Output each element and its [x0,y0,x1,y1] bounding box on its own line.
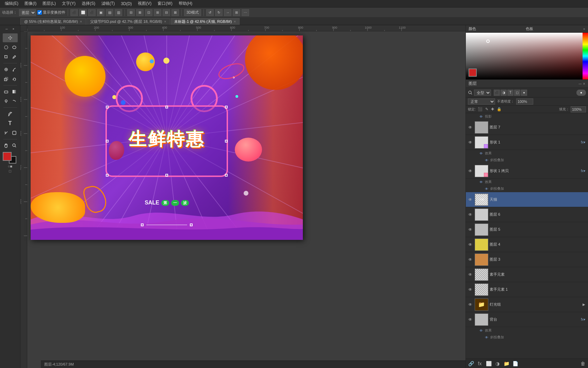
extra-btn-4[interactable]: ⊞ [233,9,240,16]
lock-move-btn[interactable]: ✚ [490,107,495,111]
layer-vis-11[interactable]: 👁 [467,302,473,307]
align-right-btn[interactable]: ⬛ [88,9,96,16]
layer-item-3[interactable]: 👁 形状 1 拷贝 fx▾ [466,164,588,179]
selection-handle-bl[interactable] [106,174,109,177]
blend-mode-select[interactable]: 正常 溶解 变暗 正片叠底 [468,98,495,105]
canvas-area[interactable]: // ticks drawn via script below [20,25,466,368]
layer-item-10[interactable]: 👁 素手元素 1 [466,282,588,297]
eraser-tool[interactable] [2,87,10,96]
crop-tool[interactable] [2,52,10,61]
tab-1-close[interactable]: × [164,20,166,24]
panel-minimize-btn[interactable]: ─ [4,27,10,31]
distribute-center-h-btn[interactable]: ⊠ [136,9,144,16]
color-swatches[interactable] [3,152,18,164]
layer-item-6[interactable]: 👁 图层 5 [466,222,588,237]
add-style-btn[interactable]: fx [476,360,484,367]
dodge-tool[interactable] [2,97,10,106]
align-top-btn[interactable]: ▣ [97,9,104,16]
align-bottom-btn[interactable]: ▥ [115,9,122,16]
layer-vis-9[interactable]: 👁 [467,272,473,277]
layer-vis-3[interactable]: 👁 [467,169,473,173]
tab-2[interactable]: 未标题-1 @ 42.6% (天猫, RGB/8#) × [170,18,240,25]
layer-filter-text[interactable]: T [507,90,513,96]
tab-0[interactable]: @ 55% (生鲜特惠展架, RGB/8#) × [20,18,86,25]
layer-vis-6[interactable]: 👁 [467,227,473,232]
tab-2-close[interactable]: × [234,20,236,24]
layer-filter-smart[interactable]: ● [521,90,527,96]
effect-vis-12a[interactable]: 👁 [479,329,483,333]
layer-type-filter[interactable]: 全型 像素 调整 文字 形状 [474,90,491,96]
distribute-center-v-btn[interactable]: ⊟ [163,9,170,16]
toolbar-auto-select[interactable]: 显示变换控件 [37,10,65,15]
layer-item-8[interactable]: 👁 图层 3 [466,252,588,267]
distribute-left-btn[interactable]: ⊟ [127,9,135,16]
auto-select-checkbox[interactable] [37,10,42,15]
3d-mode-btn[interactable]: 3D模式 [184,9,201,16]
shape-tool[interactable] [11,128,18,137]
effect-vis-2b[interactable]: 👁 [485,158,488,162]
tab-1[interactable]: 父级节PSD.psd @ 42.7% (图层 18, RGB/8) × [86,18,170,25]
new-group-btn[interactable]: 📁 [503,360,510,367]
menu-window[interactable]: 窗口(W) [155,0,175,7]
lasso-tool[interactable] [11,43,18,52]
path-select-tool[interactable] [2,128,10,137]
menu-image[interactable]: 图像(I) [22,0,39,7]
layer-filter-shape[interactable]: ◻ [514,90,520,96]
layer-vis-12[interactable]: 👁 [467,317,473,322]
layer-item-1[interactable]: 👁 图层 7 [466,120,588,135]
clone-tool[interactable] [2,75,10,83]
selection-handle-tr[interactable] [225,106,228,108]
layer-fx-btn-12[interactable]: fx▾ [581,318,585,321]
selection-handle-mr[interactable] [225,140,228,142]
tab-0-close[interactable]: × [80,20,82,24]
color-gradient-area[interactable] [466,33,588,79]
brush-tool[interactable] [11,65,18,74]
distribute-top-btn[interactable]: ⊞ [154,9,161,16]
opacity-input[interactable] [516,98,533,105]
transform-handle-left[interactable] [141,224,144,226]
selection-handle-br[interactable] [225,174,228,177]
transform-handle-right[interactable] [190,224,193,226]
distribute-right-btn[interactable]: ⊡ [145,9,152,16]
menu-layer[interactable]: 图层(L) [40,0,59,7]
menu-select[interactable]: 选择(S) [79,0,98,7]
layer-filter-adjust[interactable]: ◑ [501,90,507,96]
layer-vis-7[interactable]: 👁 [467,242,473,247]
extra-btn-2[interactable]: ↻ [215,9,223,16]
fill-input[interactable] [571,106,586,112]
layer-item-2[interactable]: 👁 形状 1 fx▾ [466,135,588,150]
extra-btn-5[interactable]: ⋯ [242,9,249,16]
layer-item-5[interactable]: 👁 图层 6 [466,207,588,222]
layer-vis-10[interactable]: 👁 [467,287,473,292]
layer-vis-4[interactable]: 👁 [467,197,473,202]
history-tool[interactable] [11,75,18,83]
effect-vis-3b[interactable]: 👁 [485,187,488,191]
effect-visibility-icon-0[interactable]: 👁 [479,115,483,119]
layers-header-minimize[interactable]: ─ [578,81,582,86]
canvas-document[interactable]: 生鲜特惠 SALE 第 一 波 [31,35,303,240]
add-mask-btn[interactable]: ⬜ [485,360,492,367]
extra-btn-1[interactable]: ↺ [206,9,214,16]
effect-vis-3a[interactable]: 👁 [479,180,483,184]
layer-vis-2[interactable]: 👁 [467,140,473,145]
delete-layer-btn[interactable]: 🗑 [579,360,587,367]
hand-tool[interactable] [2,141,10,150]
layer-item-11[interactable]: 👁 📁 灯光组 ▶ [466,297,588,312]
menu-help[interactable]: 帮助(H) [176,0,195,7]
heal-tool[interactable] [2,65,10,74]
layer-item-7[interactable]: 👁 图层 4 [466,237,588,252]
menu-view[interactable]: 视图(V) [135,0,154,7]
distribute-bottom-btn[interactable]: ⊠ [172,9,179,16]
layers-header-close[interactable]: × [583,81,585,86]
lock-pos-btn[interactable]: ✎ [485,107,489,111]
menu-filter[interactable]: 滤镜(T) [99,0,117,7]
layer-vis-8[interactable]: 👁 [467,257,473,262]
toolbar-mode-select[interactable]: 图层 组 [19,9,36,16]
effect-vis-2a[interactable]: 👁 [479,152,483,155]
selection-handle-tl[interactable] [106,106,109,108]
pen-tool[interactable] [3,109,18,118]
layer-fx-btn-2[interactable]: fx▾ [581,140,585,144]
layer-item-4[interactable]: 👁 天猫 天猫 [466,192,588,207]
extra-btn-3[interactable]: → [224,9,231,16]
transform-control-bottom[interactable] [141,224,193,226]
